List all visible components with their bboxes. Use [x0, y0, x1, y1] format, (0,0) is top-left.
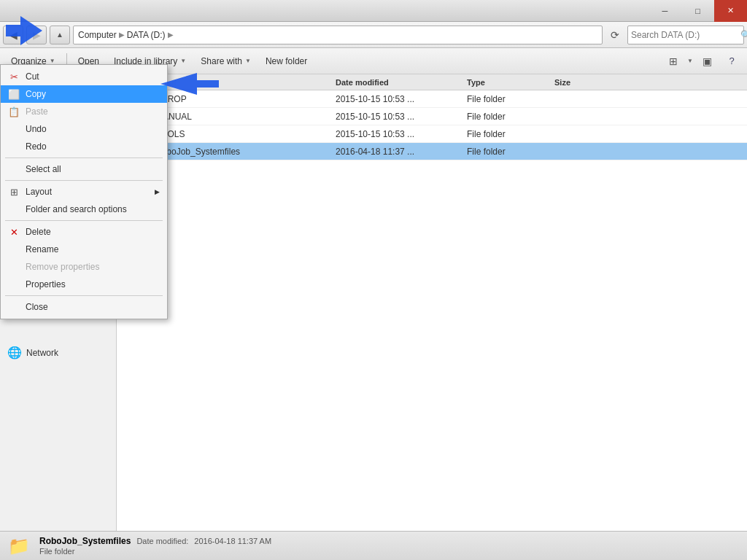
file-list-header: Name Date modified Type Size — [117, 74, 747, 90]
file-type: File folder — [467, 129, 554, 139]
context-menu: ✂Cut⬜Copy📋PasteUndoRedoSelect all⊞Layout… — [0, 64, 168, 319]
search-icon: 🔍 — [740, 30, 747, 40]
menu-label-paste: Paste — [26, 106, 160, 117]
file-name: RoboJob_Systemfiles — [155, 147, 240, 157]
redo-icon — [8, 141, 20, 152]
up-button[interactable]: ▲ — [50, 26, 70, 44]
menu-item-redo[interactable]: Redo — [1, 138, 167, 155]
file-type: File folder — [467, 94, 554, 104]
menu-label-redo: Redo — [26, 141, 160, 152]
share-with-button[interactable]: Share with ▼ — [194, 51, 258, 71]
cut-icon: ✂ — [8, 71, 20, 82]
share-with-label: Share with — [201, 56, 242, 66]
breadcrumb-data[interactable]: DATA (D:) — [127, 30, 166, 40]
forward-button[interactable]: ▶ — [26, 26, 47, 44]
include-library-arrow: ▼ — [180, 58, 186, 64]
menu-label-delete: Delete — [26, 227, 160, 237]
network-icon: 🌐 — [7, 346, 22, 359]
menu-item-paste: 📋Paste — [1, 103, 167, 120]
menu-label-close: Close — [26, 302, 160, 312]
file-date: 2016-04-18 11:37 ... — [336, 147, 467, 157]
view-arrow: ▼ — [687, 58, 693, 64]
back-button[interactable]: ◀ — [3, 26, 23, 44]
title-bar: ─ □ ✕ — [0, 0, 747, 22]
menu-label-undo: Undo — [26, 124, 160, 134]
breadcrumb-sep-1: ▶ — [119, 31, 125, 39]
file-type: File folder — [467, 112, 554, 122]
menu-item-copy[interactable]: ⬜Copy — [1, 85, 167, 103]
col-header-date[interactable]: Date modified — [336, 78, 467, 87]
status-date-value: 2016-04-18 11:37 AM — [194, 537, 271, 545]
toolbar-right: ⊞ ▼ ▣ ? — [662, 51, 743, 71]
delete-icon: ✕ — [8, 226, 20, 238]
menu-item-remove_props: Remove properties — [1, 258, 167, 276]
sidebar-item-network[interactable]: 🌐 Network — [0, 343, 116, 362]
new-folder-label: New folder — [266, 56, 307, 66]
menu-separator — [5, 295, 163, 296]
col-header-size[interactable]: Size — [554, 78, 627, 87]
new-folder-button[interactable]: New folder — [259, 51, 314, 71]
close-button[interactable]: ✕ — [714, 0, 747, 22]
breadcrumb-computer[interactable]: Computer — [78, 30, 117, 40]
status-type: File folder — [39, 547, 74, 556]
menu-separator — [5, 220, 163, 221]
menu-label-properties: Properties — [26, 279, 160, 289]
close-icon — [8, 301, 20, 313]
menu-label-folder_options: Folder and search options — [26, 204, 160, 214]
menu-item-rename[interactable]: Rename — [1, 241, 167, 258]
maximize-button[interactable]: □ — [681, 0, 714, 22]
organize-arrow: ▼ — [50, 58, 55, 64]
search-box[interactable]: 🔍 — [627, 26, 744, 44]
remove_props-icon — [8, 261, 20, 273]
properties-icon — [8, 279, 20, 290]
status-file-name: RoboJob_Systemfiles — [39, 536, 131, 546]
sidebar-item-network-label: Network — [26, 348, 58, 358]
col-header-type[interactable]: Type — [467, 78, 554, 87]
refresh-button[interactable]: ⟳ — [605, 26, 624, 44]
menu-item-delete[interactable]: ✕Delete — [1, 223, 167, 241]
file-row[interactable]: 📁 TOOLS 2015-10-15 10:53 ... File folder — [117, 125, 747, 143]
menu-label-select_all: Select all — [26, 164, 160, 174]
file-type: File folder — [467, 147, 554, 157]
breadcrumb-sep-2: ▶ — [168, 31, 174, 39]
file-row[interactable]: 📁 MANUAL 2015-10-15 10:53 ... File folde… — [117, 108, 747, 125]
file-date: 2015-10-15 10:53 ... — [336, 112, 467, 122]
view-toggle-button[interactable]: ⊞ — [662, 51, 684, 71]
submenu-arrow: ▶ — [155, 188, 160, 195]
address-bar: ◀ ▶ ▲ Computer ▶ DATA (D:) ▶ ⟳ 🔍 — [0, 22, 747, 48]
menu-item-undo[interactable]: Undo — [1, 120, 167, 138]
menu-item-properties[interactable]: Properties — [1, 276, 167, 293]
title-bar-buttons: ─ □ ✕ — [649, 0, 747, 22]
menu-label-layout: Layout — [26, 187, 149, 197]
file-date: 2015-10-15 10:53 ... — [336, 129, 467, 139]
breadcrumb-bar[interactable]: Computer ▶ DATA (D:) ▶ — [73, 26, 603, 44]
copy-icon: ⬜ — [8, 88, 20, 100]
layout-icon: ⊞ — [8, 186, 20, 198]
menu-item-close[interactable]: Close — [1, 298, 167, 316]
help-button[interactable]: ? — [721, 51, 743, 71]
menu-item-layout[interactable]: ⊞Layout▶ — [1, 183, 167, 201]
menu-label-cut: Cut — [26, 71, 160, 82]
minimize-button[interactable]: ─ — [649, 0, 681, 22]
select_all-icon — [8, 163, 20, 175]
rename-icon — [8, 244, 20, 255]
menu-label-copy: Copy — [26, 89, 160, 99]
file-row[interactable]: 📁 ACROP 2015-10-15 10:53 ... File folder — [117, 90, 747, 108]
menu-label-remove_props: Remove properties — [26, 262, 160, 272]
folder_options-icon — [8, 203, 20, 215]
search-input[interactable] — [631, 30, 740, 40]
menu-separator — [5, 180, 163, 181]
file-rows-container: 📁 ACROP 2015-10-15 10:53 ... File folder… — [117, 90, 747, 160]
menu-item-select_all[interactable]: Select all — [1, 160, 167, 178]
share-with-arrow: ▼ — [245, 58, 251, 64]
menu-item-folder_options[interactable]: Folder and search options — [1, 201, 167, 218]
preview-pane-button[interactable]: ▣ — [696, 51, 718, 71]
file-area: Name Date modified Type Size 📁 ACROP 201… — [117, 74, 747, 538]
undo-icon — [8, 123, 20, 135]
menu-item-cut[interactable]: ✂Cut — [1, 68, 167, 85]
file-row[interactable]: 📁 RoboJob_Systemfiles 2016-04-18 11:37 .… — [117, 143, 747, 160]
file-date: 2015-10-15 10:53 ... — [336, 94, 467, 104]
status-info: RoboJob_Systemfiles Date modified: 2016-… — [39, 536, 271, 556]
paste-icon: 📋 — [8, 106, 20, 117]
status-bar: 📁 RoboJob_Systemfiles Date modified: 201… — [0, 531, 747, 560]
